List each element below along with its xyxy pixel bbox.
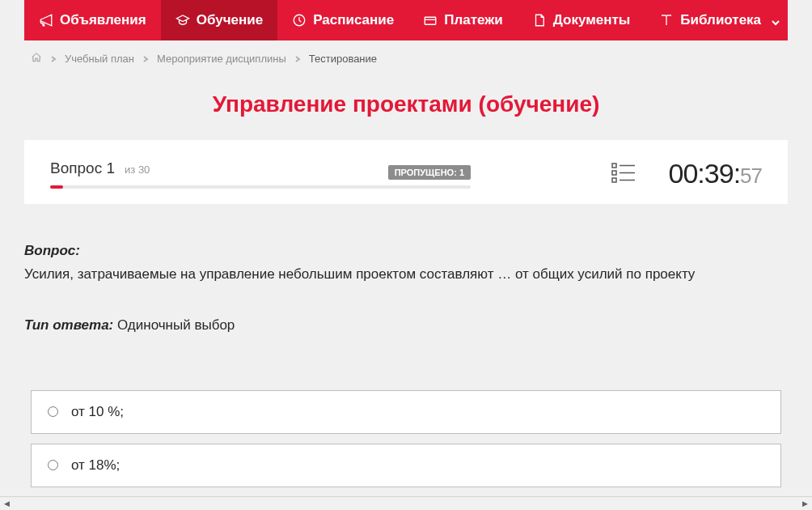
megaphone-icon (39, 13, 53, 28)
question-section: Вопрос: Усилия, затрачиваемые на управле… (0, 204, 812, 350)
nav-label: Расписание (313, 12, 394, 28)
home-icon[interactable] (31, 52, 42, 66)
nav-education[interactable]: Обучение (161, 0, 277, 40)
chevron-right-icon (50, 53, 57, 65)
nav-label: Объявления (60, 12, 146, 28)
svg-rect-6 (612, 178, 616, 182)
scroll-track[interactable] (14, 497, 798, 510)
option-radio[interactable] (48, 406, 58, 417)
breadcrumb-link-event[interactable]: Мероприятие дисциплины (157, 53, 286, 65)
question-label: Вопрос: (24, 243, 788, 259)
answer-options: от 10 %; от 18%; от 25%. (0, 350, 812, 497)
option-2[interactable]: от 18%; (31, 444, 781, 487)
progress-fill (50, 185, 63, 189)
horizontal-scrollbar[interactable]: ◀ ▶ (0, 496, 812, 510)
nav-announcements[interactable]: Объявления (24, 0, 161, 40)
chevron-right-icon (294, 53, 301, 65)
svg-rect-4 (612, 171, 616, 175)
nav-library[interactable]: Библиотека (645, 0, 795, 40)
skipped-badge: ПРОПУЩЕНО: 1 (388, 165, 471, 180)
nav-label: Платежи (444, 12, 503, 28)
question-number: Вопрос 1 (50, 159, 115, 177)
nav-schedule[interactable]: Расписание (277, 0, 408, 40)
breadcrumb: Учебный план Мероприятие дисциплины Тест… (0, 40, 812, 77)
document-icon (532, 13, 547, 28)
library-icon (659, 13, 674, 28)
chevron-right-icon (142, 53, 149, 65)
scroll-right-arrow[interactable]: ▶ (798, 497, 812, 511)
payment-icon (423, 13, 438, 28)
question-total: из 30 (125, 164, 150, 176)
clock-icon (292, 13, 307, 28)
option-label: от 18%; (71, 457, 120, 474)
progress-bar (50, 185, 471, 189)
page-title: Управление проектами (обучение) (0, 77, 812, 140)
chevron-down-icon (771, 15, 780, 25)
question-list-button[interactable] (611, 161, 636, 187)
answer-type: Тип ответа: Одиночный выбор (24, 317, 788, 334)
graduation-icon (176, 13, 190, 28)
nav-label: Обучение (197, 12, 263, 28)
breadcrumb-link-plan[interactable]: Учебный план (65, 53, 134, 65)
svg-rect-2 (612, 164, 616, 168)
question-text: Усилия, затрачиваемые на управление небо… (24, 264, 788, 285)
svg-rect-1 (425, 17, 436, 24)
nav-label: Библиотека (680, 12, 761, 28)
timer: 00:39:57 (669, 158, 762, 189)
main-navigation: Объявления Обучение Расписание Платежи Д… (24, 0, 788, 40)
option-1[interactable]: от 10 %; (31, 390, 781, 434)
status-bar: Вопрос 1 из 30 ПРОПУЩЕНО: 1 (24, 140, 788, 204)
scroll-left-arrow[interactable]: ◀ (0, 497, 14, 511)
nav-payments[interactable]: Платежи (408, 0, 518, 40)
option-label: от 10 %; (71, 404, 124, 420)
option-radio[interactable] (48, 460, 58, 470)
nav-documents[interactable]: Документы (518, 0, 645, 40)
nav-label: Документы (553, 12, 631, 28)
breadcrumb-current: Тестирование (309, 53, 377, 65)
